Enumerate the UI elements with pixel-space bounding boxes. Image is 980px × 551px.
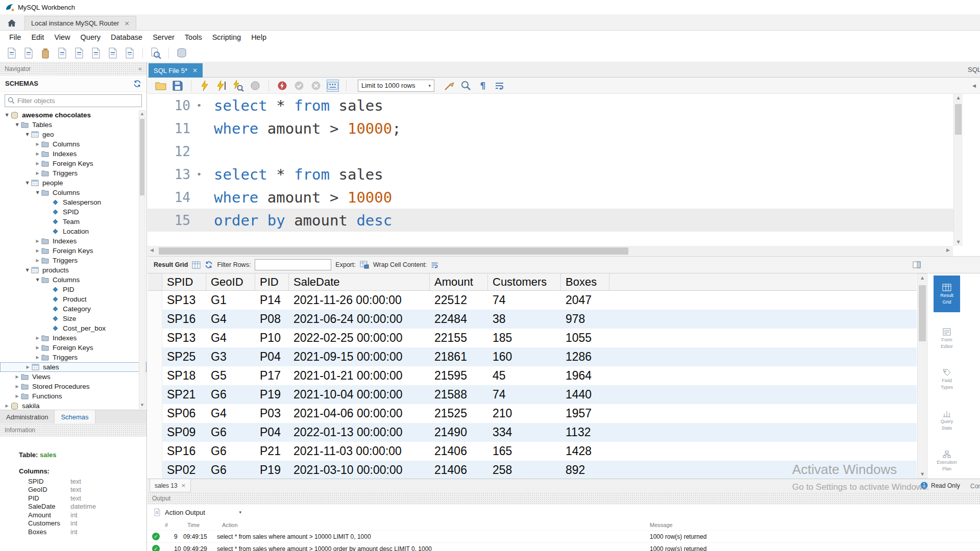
- home-tab[interactable]: [2, 15, 21, 30]
- side-tab-query-stats[interactable]: QueryStats: [934, 405, 960, 435]
- menu-query[interactable]: Query: [76, 32, 106, 42]
- output-mode-select[interactable]: Action Output ▾: [165, 509, 241, 516]
- editor-horizontal-scrollbar[interactable]: ◀ ▶: [148, 246, 953, 256]
- output-row[interactable]: ✓909:49:15select * from sales where amou…: [148, 530, 980, 542]
- tree-item-tables[interactable]: ▼Tables: [0, 120, 146, 130]
- commit-icon[interactable]: [293, 80, 305, 92]
- tree-expanded-icon[interactable]: ▼: [23, 181, 31, 185]
- grid-row[interactable]: SP06G4P032021-04-06 00:00:00215252101957: [148, 404, 917, 423]
- menu-edit[interactable]: Edit: [26, 32, 49, 42]
- scroll-down-icon[interactable]: ▼: [918, 472, 927, 477]
- tree-item-category[interactable]: Category: [0, 304, 146, 314]
- sql-tab-close-icon[interactable]: ×: [192, 67, 198, 74]
- tree-collapsed-icon[interactable]: ▶: [34, 171, 41, 176]
- tree-item-cost-per-box[interactable]: Cost_per_box: [0, 323, 146, 333]
- grid-row[interactable]: SP13G1P142021-11-26 00:00:0022512742047: [148, 291, 917, 310]
- editor-vertical-scrollbar[interactable]: ▲ ▼: [953, 94, 963, 246]
- menu-database[interactable]: Database: [106, 32, 148, 42]
- code-line[interactable]: 13•select * from sales: [148, 163, 953, 186]
- output-row-partial[interactable]: ✓1009:49:29select * from sales where amo…: [148, 542, 980, 551]
- scrollbar-thumb[interactable]: [919, 285, 926, 341]
- tree-item-people[interactable]: ▼people: [0, 178, 146, 188]
- autocomplete-icon[interactable]: [327, 80, 339, 92]
- sidebar-tab-administration[interactable]: Administration: [0, 410, 55, 423]
- grid-row[interactable]: SP21G6P192021-10-04 00:00:0021588741440: [148, 385, 917, 404]
- grid-row[interactable]: SP02G6P192021-03-10 00:00:0021406258892: [148, 461, 917, 479]
- tree-collapsed-icon[interactable]: ▶: [34, 355, 41, 360]
- execute-current-icon[interactable]: [215, 80, 228, 92]
- export-recordset-icon[interactable]: [360, 261, 369, 269]
- code-line[interactable]: 12: [148, 140, 953, 163]
- menu-help[interactable]: Help: [246, 32, 272, 42]
- tree-item-views[interactable]: ▶Views: [0, 372, 146, 382]
- export-sql-icon[interactable]: [72, 46, 86, 60]
- grid-row[interactable]: SP18G5P172021-01-21 00:00:0021595451964: [148, 366, 917, 385]
- grid-row[interactable]: SP16G4P082021-06-24 00:00:002248438978: [148, 310, 917, 329]
- sidebar-tab-schemas[interactable]: Schemas: [55, 410, 95, 423]
- menu-scripting[interactable]: Scripting: [207, 32, 246, 42]
- tree-item-indexes[interactable]: ▶Indexes: [0, 333, 146, 343]
- tree-expanded-icon[interactable]: ▼: [34, 278, 41, 282]
- tree-scrollbar[interactable]: ▲▼: [139, 110, 145, 409]
- tree-collapsed-icon[interactable]: ▶: [34, 239, 41, 243]
- side-tab-form-editor[interactable]: FormEditor: [934, 323, 960, 353]
- find-icon[interactable]: [460, 80, 472, 92]
- side-tab-field-types[interactable]: FieldTypes: [934, 364, 960, 394]
- tree-item-columns[interactable]: ▼Columns: [0, 188, 146, 197]
- wrap-text-icon[interactable]: [494, 80, 506, 92]
- refresh-schemas-icon[interactable]: [133, 80, 141, 87]
- grid-header-boxes[interactable]: Boxes: [561, 273, 609, 290]
- filter-rows-input[interactable]: [255, 259, 331, 270]
- beautify-icon[interactable]: [443, 80, 455, 92]
- open-sql-script-icon[interactable]: [22, 46, 35, 60]
- menu-server[interactable]: Server: [148, 32, 180, 42]
- code-line[interactable]: 11where amount > 10000;: [148, 117, 953, 140]
- sql-code-editor[interactable]: 10•select * from sales11where amount > 1…: [148, 94, 953, 246]
- tree-item-columns[interactable]: ▶Columns: [0, 139, 146, 149]
- save-file-icon[interactable]: [172, 80, 184, 92]
- grid-header-amount[interactable]: Amount: [430, 273, 488, 290]
- tree-expanded-icon[interactable]: ▼: [34, 190, 41, 195]
- tree-item-team[interactable]: Team: [0, 217, 146, 227]
- execute-icon[interactable]: [199, 80, 211, 92]
- scroll-up-icon[interactable]: ▲: [918, 276, 927, 280]
- print-doc-icon[interactable]: [89, 46, 103, 60]
- grid-row[interactable]: SP13G4P102022-02-25 00:00:00221551851055: [148, 329, 917, 347]
- grid-vertical-scrollbar[interactable]: ▲ ▼: [917, 273, 927, 479]
- menu-file[interactable]: File: [4, 32, 26, 42]
- scrollbar-thumb[interactable]: [955, 104, 962, 135]
- sql-file-tab[interactable]: SQL File 5* ×: [149, 63, 203, 78]
- tree-item-sales[interactable]: ▶sales: [0, 362, 146, 372]
- tree-collapsed-icon[interactable]: ▶: [13, 374, 21, 379]
- tree-collapsed-icon[interactable]: ▶: [34, 142, 41, 146]
- tree-item-indexes[interactable]: ▶Indexes: [0, 149, 146, 159]
- grid-row[interactable]: SP25G3P042021-09-15 00:00:00218611601286: [148, 347, 917, 366]
- tree-item-location[interactable]: Location: [0, 227, 146, 236]
- scrollbar-thumb[interactable]: [140, 119, 144, 195]
- tree-item-products[interactable]: ▼products: [0, 265, 146, 275]
- connection-tab-close-icon[interactable]: ×: [124, 19, 130, 27]
- result-tab-close-icon[interactable]: ×: [181, 482, 186, 489]
- grid-header-saledate[interactable]: SaleDate: [289, 273, 430, 290]
- scroll-up-icon[interactable]: ▲: [139, 112, 145, 116]
- tree-item-foreign-keys[interactable]: ▶Foreign Keys: [0, 246, 146, 256]
- scroll-down-icon[interactable]: ▼: [954, 240, 963, 244]
- tree-item-columns[interactable]: ▼Columns: [0, 275, 146, 285]
- code-line[interactable]: 10•select * from sales: [148, 94, 953, 117]
- tree-collapsed-icon[interactable]: ▶: [34, 248, 41, 253]
- toggle-stop-on-error-icon[interactable]: [276, 80, 288, 92]
- side-tab-result-grid[interactable]: ResultGrid: [934, 276, 960, 312]
- grid-view-icon[interactable]: [192, 261, 201, 269]
- tree-collapsed-icon[interactable]: ▶: [13, 384, 21, 389]
- grid-row[interactable]: SP09G6P042022-01-13 00:00:00214903341132: [148, 423, 917, 442]
- tree-item-indexes[interactable]: ▶Indexes: [0, 236, 146, 246]
- new-sql-tab-icon[interactable]: [5, 46, 18, 60]
- tree-item-sakila[interactable]: ▶sakila: [0, 401, 146, 410]
- code-line[interactable]: 14where amount > 10000: [148, 186, 953, 209]
- tree-item-foreign-keys[interactable]: ▶Foreign Keys: [0, 343, 146, 353]
- tree-collapsed-icon[interactable]: ▶: [34, 161, 41, 166]
- explain-icon[interactable]: [232, 80, 244, 92]
- tree-item-spid[interactable]: SPID: [0, 207, 146, 217]
- tree-item-foreign-keys[interactable]: ▶Foreign Keys: [0, 159, 146, 168]
- tree-collapsed-icon[interactable]: ▶: [34, 345, 41, 350]
